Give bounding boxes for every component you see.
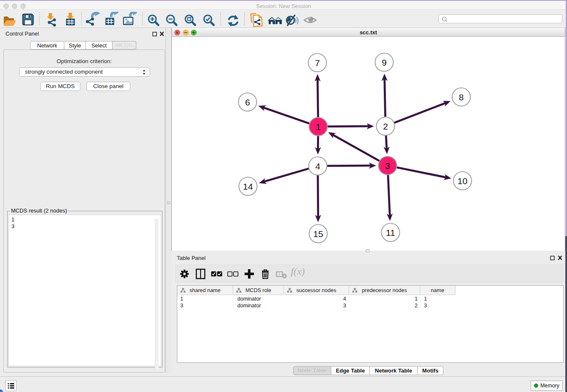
svg-text:3: 3 xyxy=(385,161,390,171)
svg-text:8: 8 xyxy=(459,92,464,102)
svg-text:6: 6 xyxy=(245,97,250,107)
svg-text:1: 1 xyxy=(316,122,321,132)
svg-text:7: 7 xyxy=(315,58,320,68)
svg-text:14: 14 xyxy=(243,182,253,191)
svg-text:4: 4 xyxy=(315,161,320,171)
svg-text:2: 2 xyxy=(383,121,388,131)
svg-text:11: 11 xyxy=(386,228,395,237)
svg-text:10: 10 xyxy=(457,176,467,186)
svg-text:15: 15 xyxy=(313,229,323,239)
svg-text:9: 9 xyxy=(382,58,387,67)
